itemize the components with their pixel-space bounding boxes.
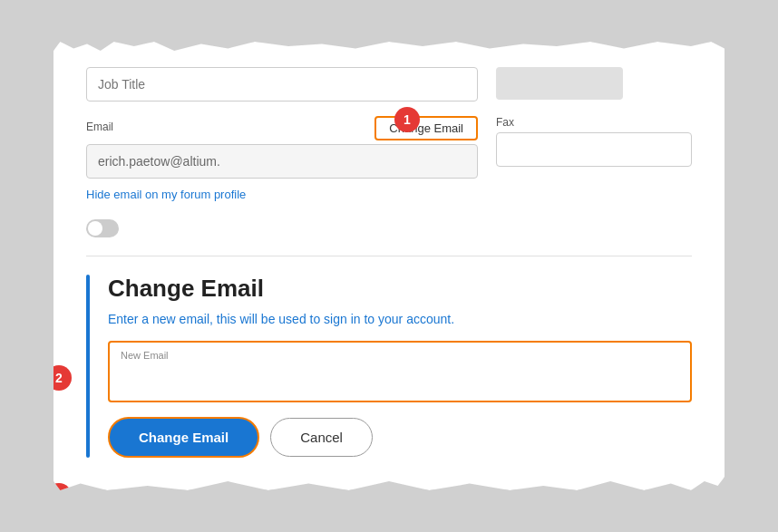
change-email-panel-wrapper: 2 3 Change Email Enter a new email, this… — [86, 275, 692, 458]
hide-email-label: Hide email on my forum profile — [86, 188, 246, 201]
cancel-button[interactable]: Cancel — [270, 418, 373, 457]
change-email-panel: Change Email Enter a new email, this wil… — [86, 275, 692, 458]
job-title-input[interactable] — [86, 67, 478, 102]
hide-email-row: Hide email on my forum profile — [86, 188, 692, 201]
step-badge-2: 2 — [46, 365, 72, 391]
blue-accent-bar — [86, 275, 90, 458]
new-email-input[interactable] — [121, 364, 679, 393]
change-email-top-button[interactable]: Change Email — [374, 116, 478, 140]
blurred-field — [496, 67, 623, 100]
email-section: Email Change Email — [86, 116, 478, 179]
change-email-submit-button[interactable]: Change Email — [108, 417, 259, 458]
toggle-wrapper[interactable] — [86, 219, 692, 241]
job-title-field — [86, 67, 478, 102]
panel-title: Change Email — [108, 275, 692, 303]
email-input[interactable] — [86, 144, 478, 179]
fax-section: Fax — [496, 116, 692, 167]
panel-content: Change Email Enter a new email, this wil… — [108, 275, 692, 458]
new-email-label: New Email — [121, 350, 679, 361]
hide-email-toggle[interactable] — [86, 219, 119, 237]
top-row — [86, 67, 692, 102]
button-row: Change Email Cancel — [108, 417, 692, 458]
fax-input[interactable] — [496, 132, 692, 167]
right-field — [496, 67, 692, 102]
fax-label: Fax — [496, 116, 692, 129]
main-container: 1 Email Change Email Fax — [53, 42, 725, 490]
step-badge-3: 3 — [46, 483, 72, 508]
section-divider — [86, 256, 692, 256]
step-badge-1: 1 — [394, 107, 420, 132]
panel-subtitle: Enter a new email, this will be used to … — [108, 312, 692, 326]
top-section: 1 Email Change Email Fax — [86, 67, 692, 241]
email-label: Email — [86, 121, 113, 133]
email-row: Email Change Email Fax — [86, 116, 692, 179]
new-email-wrapper: New Email — [108, 341, 692, 402]
